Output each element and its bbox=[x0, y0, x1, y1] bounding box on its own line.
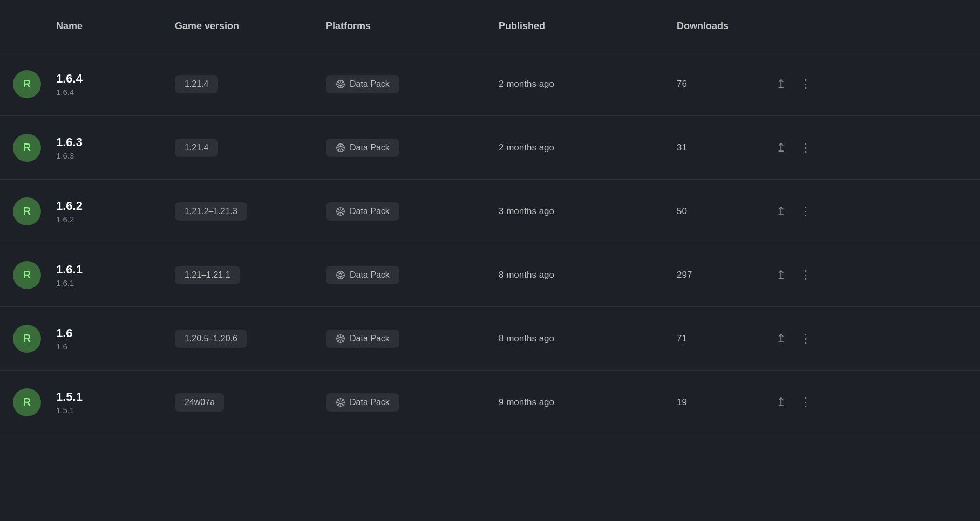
actions-cell: ↥ ⋮ bbox=[774, 393, 828, 412]
more-icon: ⋮ bbox=[800, 77, 813, 91]
svg-line-7 bbox=[342, 85, 343, 86]
svg-line-16 bbox=[338, 145, 339, 146]
platform-cell: Data Pack bbox=[326, 202, 499, 221]
download-button[interactable]: ↥ bbox=[774, 75, 788, 93]
download-icon: ↥ bbox=[776, 204, 786, 218]
svg-line-59 bbox=[338, 403, 339, 405]
name-secondary: 1.6.2 bbox=[56, 215, 175, 224]
platform-badge: Data Pack bbox=[326, 330, 399, 348]
name-cell: 1.6.3 1.6.3 bbox=[56, 135, 175, 160]
data-pack-icon bbox=[336, 143, 345, 153]
avatar: R bbox=[13, 134, 41, 162]
more-options-button[interactable]: ⋮ bbox=[798, 75, 815, 93]
more-options-button[interactable]: ⋮ bbox=[798, 202, 815, 221]
data-pack-icon bbox=[336, 79, 345, 89]
game-version-cell: 1.20.5–1.20.6 bbox=[175, 330, 326, 348]
svg-point-11 bbox=[339, 146, 342, 149]
avatar: R bbox=[13, 388, 41, 416]
svg-point-1 bbox=[339, 83, 342, 85]
svg-line-58 bbox=[342, 399, 343, 400]
platform-label: Data Pack bbox=[350, 207, 390, 216]
platform-badge: Data Pack bbox=[326, 266, 399, 284]
name-primary: 1.6 bbox=[56, 326, 175, 340]
table-row: R 1.6.2 1.6.2 1.21.2–1.21.3 Data Pack 3 … bbox=[0, 180, 980, 243]
table-row: R 1.5.1 1.5.1 24w07a Data Pack 9 months … bbox=[0, 371, 980, 434]
platform-label: Data Pack bbox=[350, 270, 390, 280]
published-cell: 9 months ago bbox=[499, 397, 677, 408]
more-options-button[interactable]: ⋮ bbox=[798, 139, 815, 157]
avatar: R bbox=[13, 70, 41, 98]
downloads-cell: 50 bbox=[677, 206, 774, 217]
svg-line-49 bbox=[338, 340, 339, 341]
platform-cell: Data Pack bbox=[326, 266, 499, 284]
svg-line-38 bbox=[342, 272, 343, 273]
more-icon: ⋮ bbox=[800, 395, 813, 409]
game-version-badge: 1.21.4 bbox=[175, 75, 218, 93]
name-primary: 1.5.1 bbox=[56, 390, 175, 404]
svg-line-6 bbox=[338, 81, 339, 82]
actions-cell: ↥ ⋮ bbox=[774, 75, 828, 93]
more-options-button[interactable]: ⋮ bbox=[798, 330, 815, 348]
downloads-cell: 76 bbox=[677, 79, 774, 90]
download-button[interactable]: ↥ bbox=[774, 202, 788, 221]
download-button[interactable]: ↥ bbox=[774, 330, 788, 348]
name-cell: 1.6.1 1.6.1 bbox=[56, 263, 175, 287]
data-pack-icon bbox=[336, 397, 345, 407]
platform-badge: Data Pack bbox=[326, 393, 399, 412]
name-cell: 1.6.2 1.6.2 bbox=[56, 199, 175, 224]
svg-line-29 bbox=[338, 212, 339, 214]
platform-cell: Data Pack bbox=[326, 330, 499, 348]
platform-label: Data Pack bbox=[350, 397, 390, 407]
versions-table: Name Game version Platforms Published Do… bbox=[0, 0, 980, 434]
download-button[interactable]: ↥ bbox=[774, 266, 788, 284]
name-cell: 1.6.4 1.6.4 bbox=[56, 72, 175, 97]
download-button[interactable]: ↥ bbox=[774, 139, 788, 157]
data-pack-icon bbox=[336, 334, 345, 344]
game-version-badge: 1.20.5–1.20.6 bbox=[175, 330, 247, 348]
platform-badge: Data Pack bbox=[326, 75, 399, 93]
data-pack-icon bbox=[336, 207, 345, 216]
svg-line-56 bbox=[338, 399, 339, 400]
published-cell: 2 months ago bbox=[499, 79, 677, 90]
col-header-name: Name bbox=[56, 20, 175, 32]
downloads-cell: 19 bbox=[677, 397, 774, 408]
game-version-badge: 24w07a bbox=[175, 393, 224, 412]
more-options-button[interactable]: ⋮ bbox=[798, 266, 815, 284]
table-row: R 1.6.3 1.6.3 1.21.4 Data Pack 2 months … bbox=[0, 116, 980, 180]
published-cell: 8 months ago bbox=[499, 270, 677, 280]
col-header-published: Published bbox=[499, 20, 677, 32]
published-cell: 8 months ago bbox=[499, 333, 677, 344]
table-row: R 1.6 1.6 1.20.5–1.20.6 Data Pack 8 mont… bbox=[0, 307, 980, 371]
game-version-cell: 1.21.4 bbox=[175, 139, 326, 157]
actions-cell: ↥ ⋮ bbox=[774, 202, 828, 221]
name-primary: 1.6.2 bbox=[56, 199, 175, 213]
name-secondary: 1.5.1 bbox=[56, 406, 175, 415]
name-secondary: 1.6.4 bbox=[56, 87, 175, 97]
game-version-cell: 1.21–1.21.1 bbox=[175, 266, 326, 284]
game-version-badge: 1.21–1.21.1 bbox=[175, 266, 240, 284]
svg-line-47 bbox=[342, 340, 343, 341]
svg-line-19 bbox=[338, 149, 339, 150]
platform-cell: Data Pack bbox=[326, 139, 499, 157]
table-row: R 1.6.4 1.6.4 1.21.4 Data Pack 2 months … bbox=[0, 52, 980, 116]
table-header: Name Game version Platforms Published Do… bbox=[0, 0, 980, 52]
name-cell: 1.6 1.6 bbox=[56, 326, 175, 351]
game-version-cell: 1.21.2–1.21.3 bbox=[175, 202, 326, 221]
download-button[interactable]: ↥ bbox=[774, 393, 788, 412]
more-icon: ⋮ bbox=[800, 268, 813, 282]
actions-cell: ↥ ⋮ bbox=[774, 266, 828, 284]
svg-line-48 bbox=[342, 335, 343, 337]
svg-point-51 bbox=[339, 401, 342, 403]
platform-label: Data Pack bbox=[350, 334, 390, 344]
name-primary: 1.6.3 bbox=[56, 135, 175, 149]
platform-badge: Data Pack bbox=[326, 202, 399, 221]
more-options-button[interactable]: ⋮ bbox=[798, 393, 815, 412]
col-header-downloads: Downloads bbox=[677, 20, 774, 32]
table-body: R 1.6.4 1.6.4 1.21.4 Data Pack 2 months … bbox=[0, 52, 980, 434]
data-pack-icon bbox=[336, 270, 345, 280]
downloads-cell: 297 bbox=[677, 270, 774, 280]
avatar: R bbox=[13, 325, 41, 353]
actions-cell: ↥ ⋮ bbox=[774, 139, 828, 157]
platform-label: Data Pack bbox=[350, 79, 390, 89]
name-secondary: 1.6.1 bbox=[56, 278, 175, 287]
